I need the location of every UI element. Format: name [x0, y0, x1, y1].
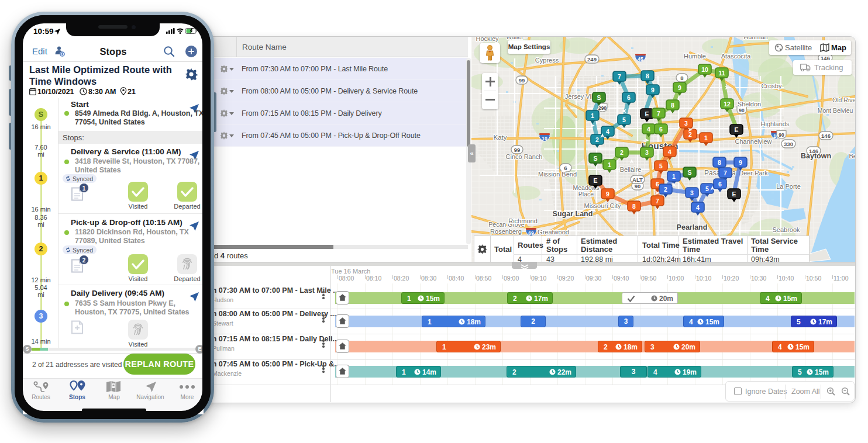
svg-text:ALT: ALT — [632, 176, 643, 183]
svg-text:2: 2 — [664, 186, 667, 193]
svg-text:Mission Bend: Mission Bend — [538, 171, 577, 178]
svg-text:Deer Park: Deer Park — [739, 169, 768, 176]
svg-text:10: 10 — [542, 136, 547, 141]
svg-text:Cinco Ranch: Cinco Ranch — [506, 153, 543, 160]
svg-text:1: 1 — [608, 161, 611, 168]
svg-text:Huffman: Huffman — [743, 37, 767, 40]
svg-text:8: 8 — [632, 203, 636, 210]
svg-text:8: 8 — [680, 75, 683, 81]
svg-text:4: 4 — [696, 204, 700, 211]
svg-text:90: 90 — [779, 132, 784, 138]
svg-text:Hockley: Hockley — [476, 37, 499, 42]
svg-text:Channelview: Channelview — [735, 138, 772, 145]
svg-text:Atascocita: Atascocita — [721, 53, 752, 60]
svg-text:2: 2 — [688, 131, 692, 138]
svg-text:5: 5 — [622, 116, 626, 123]
svg-text:Richmond: Richmond — [508, 217, 538, 224]
svg-text:9: 9 — [651, 86, 655, 94]
svg-text:Humble: Humble — [684, 53, 706, 60]
svg-text:10: 10 — [701, 66, 708, 73]
svg-text:Bellaire: Bellaire — [620, 166, 642, 173]
svg-text:7: 7 — [724, 169, 727, 176]
svg-text:Place: Place — [578, 191, 594, 198]
svg-text:6: 6 — [564, 165, 567, 171]
svg-text:S: S — [593, 155, 597, 162]
svg-text:Highlands: Highlands — [761, 120, 790, 127]
svg-text:11: 11 — [718, 70, 725, 77]
svg-text:3: 3 — [690, 189, 694, 196]
svg-text:La Porte: La Porte — [776, 183, 801, 190]
svg-text:E: E — [734, 126, 738, 133]
svg-text:8: 8 — [646, 72, 649, 79]
svg-text:45: 45 — [638, 56, 643, 62]
svg-text:4: 4 — [606, 128, 609, 135]
svg-text:7: 7 — [618, 73, 621, 80]
svg-text:7: 7 — [657, 110, 660, 117]
svg-text:Rosenberg: Rosenberg — [490, 228, 522, 235]
svg-text:1: 1 — [704, 134, 708, 141]
svg-text:Sheldon: Sheldon — [738, 101, 761, 108]
svg-text:2: 2 — [595, 136, 599, 143]
svg-text:7: 7 — [656, 198, 659, 205]
svg-text:6: 6 — [627, 94, 631, 101]
svg-text:330: 330 — [784, 141, 793, 147]
svg-text:Sugar Land: Sugar Land — [553, 210, 593, 218]
svg-text:12: 12 — [724, 101, 731, 108]
svg-text:Baytown: Baytown — [801, 152, 831, 160]
svg-text:Pearland: Pearland — [677, 223, 708, 231]
svg-text:90: 90 — [739, 108, 745, 113]
svg-text:4: 4 — [668, 148, 671, 155]
svg-text:3: 3 — [684, 120, 688, 127]
svg-text:249: 249 — [587, 56, 597, 63]
svg-text:Katy: Katy — [493, 134, 507, 141]
svg-text:4: 4 — [647, 126, 650, 133]
svg-text:3: 3 — [645, 149, 649, 156]
svg-text:Seabrook: Seabrook — [772, 226, 800, 233]
svg-text:Beach: Beach — [849, 153, 855, 160]
svg-text:146: 146 — [821, 133, 831, 139]
svg-text:2: 2 — [620, 149, 624, 156]
svg-text:E: E — [593, 177, 597, 184]
svg-text:9: 9 — [678, 84, 681, 91]
svg-text:99: 99 — [514, 147, 521, 153]
svg-text:6: 6 — [659, 126, 663, 133]
svg-text:6: 6 — [656, 181, 659, 188]
svg-text:S: S — [687, 169, 691, 176]
svg-text:1: 1 — [591, 112, 594, 119]
svg-text:E: E — [732, 191, 736, 198]
svg-text:S: S — [597, 94, 601, 101]
svg-text:9: 9 — [606, 191, 609, 198]
svg-text:Mont Belvieu: Mont Belvieu — [818, 107, 853, 114]
svg-text:Greatwood: Greatwood — [538, 229, 569, 236]
svg-text:Old River: Old River — [832, 96, 855, 103]
svg-text:290: 290 — [598, 105, 607, 111]
svg-text:8: 8 — [671, 102, 674, 109]
svg-text:1: 1 — [672, 173, 676, 180]
svg-text:9: 9 — [739, 159, 742, 166]
svg-text:5: 5 — [659, 162, 663, 169]
svg-text:Crosby: Crosby — [762, 82, 782, 89]
svg-text:99: 99 — [519, 77, 525, 84]
svg-text:6: 6 — [718, 181, 722, 188]
svg-text:Missouri City: Missouri City — [584, 202, 621, 209]
svg-text:5: 5 — [705, 185, 709, 192]
svg-text:8: 8 — [718, 159, 721, 166]
svg-text:E: E — [645, 110, 649, 117]
svg-text:Cypress: Cypress — [535, 57, 559, 64]
